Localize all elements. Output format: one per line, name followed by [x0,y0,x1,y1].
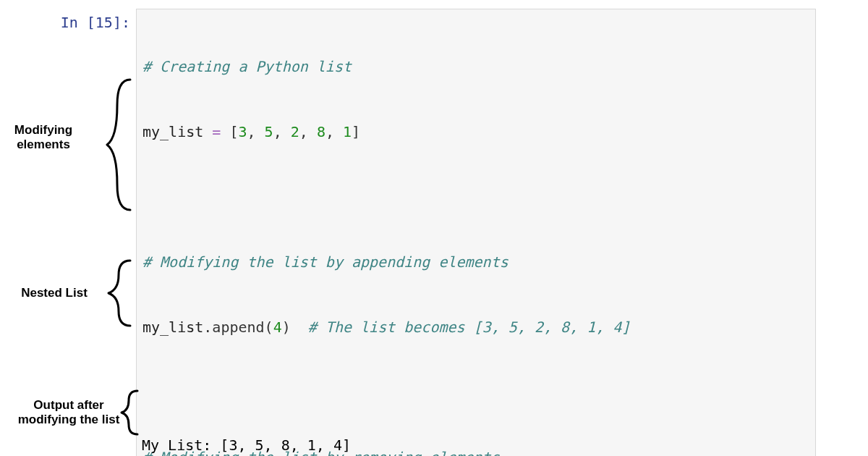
comma: , [326,123,343,140]
comma: , [299,123,317,140]
code-line-1: # Creating a Python list [142,56,809,77]
anno-modifying-elements: Modifying elements [7,123,80,153]
code-line-5: my_list.append(4) # The list becomes [3,… [142,316,809,338]
num: 4 [273,318,282,336]
input-prompt: In [15]: [0,12,130,33]
output-line-1: My List: [3, 5, 8, 1, 4] [142,434,810,456]
execution-count: 15 [95,14,113,31]
space [291,318,308,336]
code-line-4: # Modifying the list by appending elemen… [142,251,809,273]
jupyter-cell-screenshot: In [15]: # Creating a Python list my_lis… [0,0,868,456]
comma: , [273,123,291,140]
method-append: append [212,318,264,336]
op-eq: = [203,123,229,140]
brace-modifying-icon [101,76,137,214]
var-name: my_list [142,123,203,140]
var-name: my_list [142,318,203,336]
comma: , [247,123,265,140]
num: 5 [265,123,273,140]
num: 8 [317,123,326,140]
num: 1 [343,123,352,140]
num: 2 [291,123,299,140]
cell-output: My List: [3, 5, 8, 1, 4] Nested List: [1… [136,388,816,456]
bracket-close: ] [352,123,360,140]
paren-close: ) [282,318,291,336]
brace-output-icon [116,387,142,438]
dot: . [203,318,212,336]
comment: # Creating a Python list [142,58,352,75]
in-label: In [ [61,14,95,31]
anno-nested-list: Nested List [14,286,94,300]
anno-output: Output after modifying the list [7,398,130,428]
prompt-close: ]: [113,14,130,31]
paren-open: ( [265,318,273,336]
brace-nested-icon [101,257,137,329]
bracket-open: [ [229,123,238,140]
code-line-blank [142,186,809,208]
comment: # The list becomes [3, 5, 2, 8, 1, 4] [308,318,631,336]
code-line-2: my_list = [3, 5, 2, 8, 1] [142,121,809,143]
num: 3 [238,123,247,140]
comment: # Modifying the list by appending elemen… [142,253,509,271]
